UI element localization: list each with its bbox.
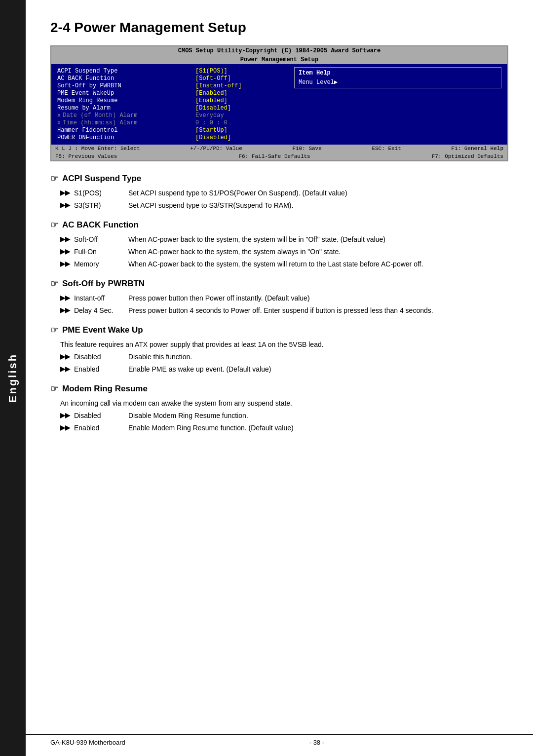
bios-row-label: AC BACK Function [57,75,188,82]
bullet-item: ▶▶DisabledDisable this function. [60,352,508,362]
section-ac-back: ☞AC BACK Function▶▶Soft-OffWhen AC-power… [50,220,508,269]
bios-row-value: [Disabled] [195,105,231,112]
bullet-item: ▶▶MemoryWhen AC-power back to the system… [60,259,508,269]
section-title: Soft-Off by PWRBTN [62,279,145,289]
bullet-desc: Press power button 4 seconds to Power of… [128,305,508,316]
bios-value-row: [Instant-off] [195,82,286,89]
bios-value-row: [Enabled] [195,90,286,97]
sidebar: English [0,0,26,756]
bullet-arrow: ▶▶ [60,234,70,245]
footer-center: - 38 - [309,739,324,746]
bios-value-row: [Soft-Off] [195,75,286,82]
bullet-arrow: ▶▶ [60,293,70,303]
bios-row-label: Soft-Off by PWRBTN [57,82,188,89]
bios-save: F10: Save [292,146,321,151]
bios-value-row: Everyday [195,112,286,119]
bios-value-row: [Enabled] [195,97,286,104]
section-soft-off: ☞Soft-Off by PWRBTN▶▶Instant-offPress po… [50,278,508,316]
section-title: AC BACK Function [62,220,139,230]
bullet-term: Enabled [74,423,128,433]
bios-row: Hammer Fidcontrol [57,127,188,134]
bios-nav: K L J ↕ Move Enter: Select [55,146,140,151]
bios-row-label: POWER ONFunction [57,134,188,141]
bios-row-value: [S1(POS)] [195,68,228,75]
bullet-term: Soft-Off [74,234,128,245]
section-icon: ☞ [50,278,58,289]
bullet-desc: Press power button then Power off instan… [128,293,508,303]
bullet-item: ▶▶Full-OnWhen AC-power back to the syste… [60,247,508,257]
bullet-arrow: ▶▶ [60,352,70,362]
bios-row: AC BACK Function [57,75,188,82]
item-help-content: Menu Level▶ [299,78,497,86]
item-help-title: Item Help [299,70,497,76]
bios-value: +/-/PU/PD: Value [190,146,242,151]
bullet-desc: When AC-power back to the system, the sy… [128,247,508,257]
section-title: ACPI Suspend Type [62,174,141,184]
bios-row-prefix: x [57,119,61,126]
bios-value-row: [Disabled] [195,134,286,141]
section-title: PME Event Wake Up [62,325,143,335]
bios-help: F1: General Help [451,146,503,151]
section-pme-event: ☞PME Event Wake UpThis feature requires … [50,325,508,375]
bios-row-label: Time (hh:mm:ss) Alarm [63,119,137,126]
footer-left: GA-K8U-939 Motherboard [50,739,125,746]
bios-row-label: Date (of Month) Alarm [63,112,137,119]
bullet-desc: When AC-power back to the system, the sy… [128,259,508,269]
bios-row-label: PME Event WakeUp [57,90,188,97]
bios-row-label: Hammer Fidcontrol [57,127,188,134]
bullet-desc: Disable Modem Ring Resume function. [128,411,508,421]
bios-row: Resume by Alarm [57,105,188,112]
bios-row: x Date (of Month) Alarm [57,112,188,119]
section-modem-ring: ☞Modem Ring ResumeAn incoming call via m… [50,383,508,433]
bullet-item: ▶▶S1(POS)Set ACPI suspend type to S1/POS… [60,188,508,198]
bullet-item: ▶▶S3(STR)Set ACPI suspend type to S3/STR… [60,200,508,211]
bios-row: POWER ONFunction [57,134,188,141]
bios-row: ACPI Suspend Type [57,68,188,75]
bios-right-panel: Item Help Menu Level▶ [290,67,505,142]
bios-esc: ESC: Exit [372,146,401,151]
bullet-term: Disabled [74,411,128,421]
bios-row-value: [Enabled] [195,97,228,104]
bios-row-label: Resume by Alarm [57,105,188,112]
bullet-term: Full-On [74,247,128,257]
bios-value-row: 0 : 0 : 0 [195,119,286,126]
bios-row: PME Event WakeUp [57,90,188,97]
bios-fail: F6: Fail-Safe Defaults [238,153,310,159]
sidebar-label: English [6,353,19,403]
bullet-term: Enabled [74,364,128,375]
bullet-term: Disabled [74,352,128,362]
section-icon: ☞ [50,173,58,184]
bullet-item: ▶▶Soft-OffWhen AC-power back to the syst… [60,234,508,245]
bullet-arrow: ▶▶ [60,200,70,211]
section-title: Modem Ring Resume [62,384,148,394]
bios-row-value: Everyday [195,112,224,119]
bullet-arrow: ▶▶ [60,423,70,433]
section-heading-acpi-suspend: ☞ACPI Suspend Type [50,173,508,184]
bullet-item: ▶▶EnabledEnable PME as wake up event. (D… [60,364,508,375]
page-title: 2-4 Power Management Setup [50,20,508,36]
bios-opt: F7: Optimized Defaults [432,153,503,159]
bullet-item: ▶▶Instant-offPress power button then Pow… [60,293,508,303]
bios-row-label: Modem Ring Resume [57,97,188,104]
bios-footer2: F5: Previous Values F6: Fail-Safe Defaul… [51,152,507,160]
section-heading-ac-back: ☞AC BACK Function [50,220,508,230]
bullet-arrow: ▶▶ [60,259,70,269]
bios-value-row: [Disabled] [195,105,286,112]
bios-middle-panel: [S1(POS)][Soft-Off][Instant-off][Enabled… [191,67,290,142]
bullet-item: ▶▶DisabledDisable Modem Ring Resume func… [60,411,508,421]
bios-row-value: 0 : 0 : 0 [195,119,228,126]
bullet-term: Instant-off [74,293,128,303]
bios-row-value: [StartUp] [195,127,228,134]
bullet-desc: Set ACPI suspend type to S1/POS(Power On… [128,188,508,198]
bullet-term: Memory [74,259,128,269]
main-content: 2-4 Power Management Setup CMOS Setup Ut… [26,0,533,455]
page-footer: GA-K8U-939 Motherboard - 38 - [26,734,533,746]
section-plain-text: This feature requires an ATX power suppl… [60,340,508,350]
section-icon: ☞ [50,325,58,336]
section-acpi-suspend: ☞ACPI Suspend Type▶▶S1(POS)Set ACPI susp… [50,173,508,211]
bios-row-value: [Instant-off] [195,82,242,89]
section-plain-text: An incoming call via modem can awake the… [60,398,508,409]
bios-row: x Time (hh:mm:ss) Alarm [57,119,188,126]
section-heading-soft-off: ☞Soft-Off by PWRBTN [50,278,508,289]
bullet-item: ▶▶EnabledEnable Modem Ring Resume functi… [60,423,508,433]
